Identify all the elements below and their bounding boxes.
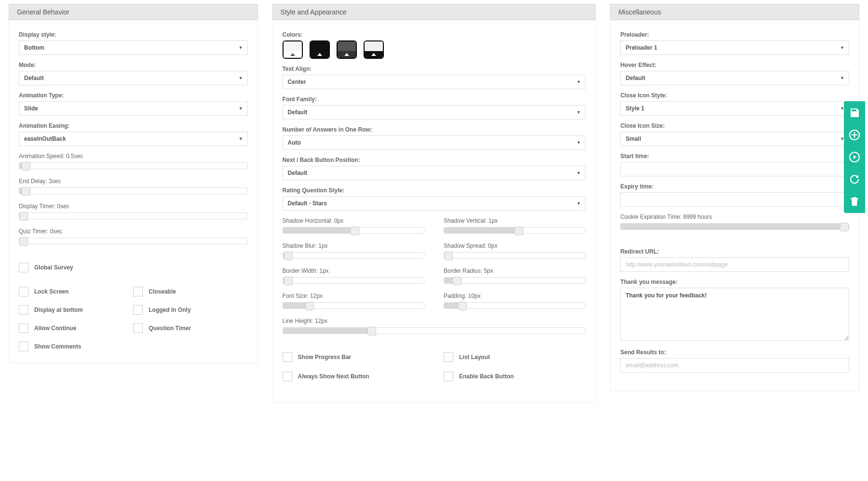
lock-screen-label: Lock Screen <box>34 288 68 295</box>
redirect-url-input[interactable] <box>620 257 849 272</box>
logged-in-only-label: Logged In Only <box>149 307 190 313</box>
display-timer-label: Display Timer: 0sec <box>19 203 248 210</box>
shadow-spread-slider[interactable] <box>444 252 585 259</box>
show-comments-label: Show Comments <box>34 343 81 350</box>
cookie-expiration-slider[interactable] <box>620 223 849 230</box>
end-delay-slider[interactable] <box>19 187 248 194</box>
save-icon <box>849 107 860 119</box>
thank-you-textarea[interactable] <box>620 288 849 341</box>
shadow-v-slider[interactable] <box>444 227 585 234</box>
panel-general-title: General Behavior <box>9 4 258 20</box>
display-at-bottom-label: Display at bottom <box>34 307 83 313</box>
close-icon-style-label: Close Icon Style: <box>620 92 849 99</box>
rating-style-label: Rating Question Style: <box>283 187 586 194</box>
panel-general: General Behavior Display style: Bottom M… <box>9 4 258 363</box>
start-time-input[interactable] <box>620 162 849 176</box>
expiry-time-input[interactable] <box>620 192 849 207</box>
text-align-label: Text Align: <box>283 66 586 72</box>
animation-speed-slider[interactable] <box>19 162 248 169</box>
shadow-h-label: Shadow Horizontal: 0px <box>283 217 424 224</box>
mode-label: Mode: <box>19 62 248 68</box>
close-icon-style-select[interactable]: Style 1 <box>620 101 849 116</box>
closeable-label: Closeable <box>149 288 176 295</box>
mode-select[interactable]: Default <box>19 71 248 85</box>
expiry-time-label: Expiry time: <box>620 183 849 190</box>
shadow-blur-slider[interactable] <box>283 252 424 259</box>
rating-style-select[interactable]: Default - Stars <box>283 196 586 211</box>
color-swatch-2[interactable] <box>337 40 357 59</box>
padding-slider[interactable] <box>444 302 585 309</box>
shadow-v-label: Shadow Vertical: 1px <box>444 217 585 224</box>
list-layout-checkbox[interactable] <box>444 352 453 362</box>
answers-row-select[interactable]: Auto <box>283 135 586 150</box>
line-height-label: Line Height: 12px <box>283 318 586 324</box>
color-swatch-3[interactable] <box>364 40 384 59</box>
button-position-select[interactable]: Default <box>283 166 586 180</box>
always-next-checkbox[interactable] <box>283 372 292 381</box>
border-width-label: Border Width: 1px <box>283 267 424 274</box>
font-size-slider[interactable] <box>283 302 424 309</box>
font-family-select[interactable]: Default <box>283 105 586 120</box>
show-progress-checkbox[interactable] <box>283 352 292 362</box>
animation-easing-label: Animation Easing: <box>19 122 248 129</box>
closeable-checkbox[interactable] <box>133 287 143 296</box>
delete-icon <box>849 196 860 207</box>
global-survey-checkbox[interactable] <box>19 263 28 272</box>
answers-row-label: Number of Answers in One Row: <box>283 126 586 133</box>
close-icon-size-select[interactable]: Small <box>620 132 849 146</box>
quiz-timer-slider[interactable] <box>19 238 248 244</box>
start-time-label: Start time: <box>620 153 849 160</box>
show-comments-checkbox[interactable] <box>19 342 28 351</box>
add-icon <box>849 129 860 141</box>
text-align-select[interactable]: Center <box>283 75 586 89</box>
list-layout-label: List Layout <box>459 354 490 361</box>
thank-you-label: Thank you message: <box>620 279 849 285</box>
play-button[interactable] <box>848 150 861 164</box>
allow-continue-label: Allow Continue <box>34 325 76 332</box>
allow-continue-checkbox[interactable] <box>19 323 28 333</box>
question-timer-label: Question Timer <box>149 325 191 332</box>
enable-back-checkbox[interactable] <box>444 372 453 381</box>
save-button[interactable] <box>848 106 861 120</box>
refresh-button[interactable] <box>848 173 861 186</box>
animation-easing-select[interactable]: easeInOutBack <box>19 132 248 146</box>
send-results-input[interactable] <box>620 358 849 373</box>
show-progress-label: Show Progress Bar <box>298 354 352 361</box>
shadow-h-slider[interactable] <box>283 227 424 234</box>
animation-type-select[interactable]: Slide <box>19 101 248 116</box>
add-button[interactable] <box>848 128 861 142</box>
line-height-slider[interactable] <box>283 327 586 334</box>
border-width-slider[interactable] <box>283 277 424 284</box>
panel-style: Style and Appearance Colors: Text Align:… <box>272 4 596 403</box>
send-results-label: Send Results to: <box>620 349 849 356</box>
display-style-select[interactable]: Bottom <box>19 40 248 55</box>
hover-effect-select[interactable]: Default <box>620 71 849 85</box>
border-radius-slider[interactable] <box>444 277 585 284</box>
display-timer-slider[interactable] <box>19 213 248 219</box>
color-swatch-0[interactable] <box>283 40 303 59</box>
preloader-select[interactable]: Preloader 1 <box>620 40 849 55</box>
hover-effect-label: Hover Effect: <box>620 62 849 68</box>
side-toolbar <box>844 101 865 213</box>
global-survey-label: Global Survey <box>34 264 73 271</box>
border-radius-label: Border Radius: 5px <box>444 267 585 274</box>
close-icon-size-label: Close Icon Size: <box>620 122 849 129</box>
lock-screen-checkbox[interactable] <box>19 287 28 296</box>
color-swatch-1[interactable] <box>310 40 330 59</box>
logged-in-only-checkbox[interactable] <box>133 305 143 315</box>
font-size-label: Font Size: 12px <box>283 293 424 299</box>
padding-label: Padding: 10px <box>444 293 585 299</box>
delete-button[interactable] <box>848 195 861 208</box>
shadow-spread-label: Shadow Spread: 0px <box>444 242 585 249</box>
always-next-label: Always Show Next Button <box>298 373 369 380</box>
end-delay-label: End Delay: 3sec <box>19 178 248 185</box>
question-timer-checkbox[interactable] <box>133 323 143 333</box>
preloader-label: Preloader: <box>620 31 849 38</box>
display-at-bottom-checkbox[interactable] <box>19 305 28 315</box>
animation-speed-label: Animation Speed: 0.5sec <box>19 153 248 160</box>
play-icon <box>849 151 860 163</box>
refresh-icon <box>849 174 860 185</box>
display-style-label: Display style: <box>19 31 248 38</box>
shadow-blur-label: Shadow Blur: 1px <box>283 242 424 249</box>
button-position-label: Next / Back Button Position: <box>283 157 586 163</box>
